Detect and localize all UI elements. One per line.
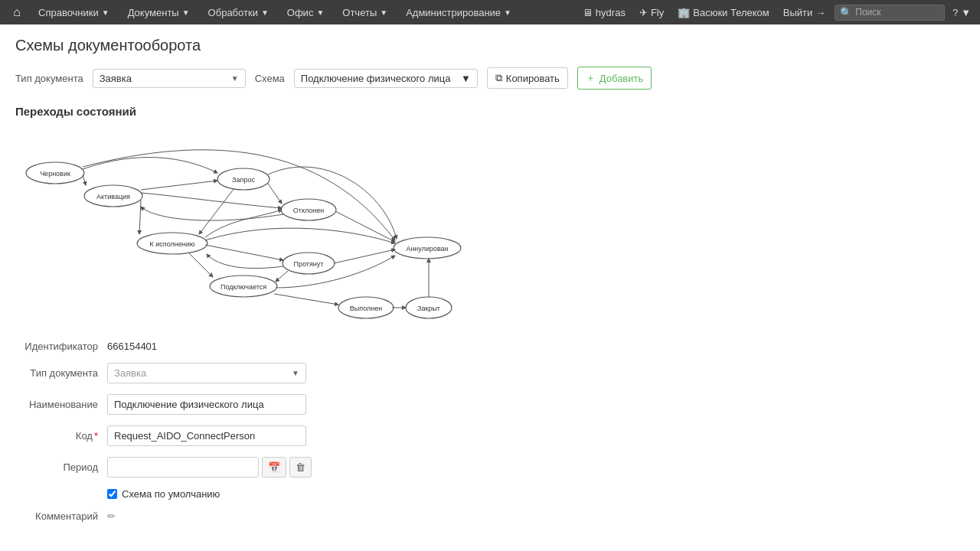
page-content: Схемы документооборота Тип документа Зая… — [0, 24, 980, 545]
schema-label: Схема — [255, 73, 285, 84]
node-request: Запрос — [217, 168, 270, 190]
nav-hydras[interactable]: 🖥 hydras — [578, 7, 630, 18]
schema-select-arrow: ▼ — [461, 73, 471, 84]
identifier-value: 666154401 — [107, 341, 157, 352]
svg-text:Выполнен: Выполнен — [350, 305, 382, 312]
nav-item-reports[interactable]: Отчеты ▼ — [335, 0, 395, 24]
company-icon: 🏢 — [678, 7, 690, 18]
logout-icon: → — [815, 7, 825, 18]
name-row: Наименование — [15, 394, 965, 415]
nav-item-admin[interactable]: Администрирование ▼ — [398, 0, 519, 24]
page-title: Схемы документооборота — [15, 37, 965, 54]
node-draft: Черновик — [26, 162, 84, 184]
svg-text:Отклонен: Отклонен — [293, 207, 324, 214]
period-input[interactable] — [107, 457, 259, 478]
form-doc-type-label: Тип документа — [15, 367, 107, 379]
svg-text:Протянут: Протянут — [294, 260, 324, 268]
form-doc-type-select[interactable]: Заявка ▼ — [107, 363, 306, 383]
trash-icon: 🗑 — [296, 461, 305, 473]
nav-arrow-processing: ▼ — [261, 8, 269, 17]
svg-text:Запрос: Запрос — [232, 176, 255, 184]
svg-text:Активация: Активация — [96, 193, 130, 201]
search-box[interactable]: 🔍 — [835, 5, 945, 21]
identifier-row: Идентификатор 666154401 — [15, 341, 965, 352]
form-doc-type-row: Тип документа Заявка ▼ — [15, 363, 965, 383]
period-row: Период 📅 🗑 — [15, 457, 965, 478]
calendar-button[interactable]: 📅 — [262, 457, 286, 478]
nav-arrow-handbooks: ▼ — [102, 8, 109, 17]
nav-arrow-office: ▼ — [316, 8, 324, 17]
node-completed: Выполнен — [338, 297, 394, 318]
fly-icon: ✈ — [639, 7, 648, 18]
nav-item-processing[interactable]: Обработки ▼ — [201, 0, 276, 24]
form-doc-type-arrow: ▼ — [292, 369, 299, 377]
diagram-area: Черновик Активация Запрос Отклонен К исп… — [15, 127, 490, 328]
copy-icon: ⧉ — [495, 72, 502, 84]
doc-type-label: Тип документа — [15, 73, 83, 84]
help-button[interactable]: ? ▼ — [949, 7, 974, 18]
nav-item-office[interactable]: Офис ▼ — [279, 0, 332, 24]
monitor-icon: 🖥 — [583, 7, 593, 18]
default-schema-row: Схема по умолчанию — [15, 488, 965, 500]
code-row: Код — [15, 425, 965, 446]
code-input[interactable] — [107, 425, 306, 446]
nav-company[interactable]: 🏢 Васюки Телеком — [673, 7, 774, 18]
period-label: Период — [15, 461, 107, 473]
default-schema-label: Схема по умолчанию — [122, 488, 220, 500]
node-to-execution: К исполнению — [137, 233, 207, 254]
calendar-icon: 📅 — [268, 461, 280, 473]
node-connecting: Подключается — [210, 276, 277, 297]
code-label: Код — [15, 430, 107, 442]
default-schema-checkbox-group: Схема по умолчанию — [107, 488, 220, 500]
add-icon: ＋ — [586, 71, 596, 85]
svg-text:К исполнению: К исполнению — [150, 240, 195, 248]
node-closed: Закрыт — [406, 297, 452, 318]
nav-arrow-documents: ▼ — [182, 8, 190, 17]
search-input[interactable] — [855, 7, 939, 18]
doc-type-select[interactable]: Заявка ▼ — [93, 69, 246, 88]
home-button[interactable]: ⌂ — [6, 2, 28, 23]
node-activation: Активация — [84, 185, 142, 207]
state-diagram: Черновик Активация Запрос Отклонен К исп… — [15, 127, 490, 326]
nav-arrow-admin: ▼ — [504, 8, 511, 17]
node-rejected: Отклонен — [281, 199, 336, 220]
svg-text:Аннулирован: Аннулирован — [406, 245, 448, 253]
form-section: Идентификатор 666154401 Тип документа За… — [15, 341, 965, 522]
svg-text:Подключается: Подключается — [220, 283, 266, 291]
identifier-label: Идентификатор — [15, 341, 107, 352]
period-field-group: 📅 🗑 — [107, 457, 312, 478]
clear-period-button[interactable]: 🗑 — [289, 457, 312, 478]
nav-arrow-reports: ▼ — [380, 8, 387, 17]
logout-button[interactable]: Выйти → — [779, 7, 831, 18]
default-schema-checkbox[interactable] — [107, 489, 117, 499]
name-input[interactable] — [107, 394, 306, 415]
toolbar: Тип документа Заявка ▼ Схема Подключение… — [15, 67, 965, 90]
comment-row: Комментарий ✏ — [15, 510, 965, 522]
top-nav: ⌂ Справочники ▼ Документы ▼ Обработки ▼ … — [0, 0, 980, 24]
svg-text:Закрыт: Закрыт — [417, 305, 440, 312]
nav-item-documents[interactable]: Документы ▼ — [120, 0, 198, 24]
comment-label: Комментарий — [15, 510, 107, 522]
doc-type-select-arrow: ▼ — [231, 74, 239, 83]
name-label: Наименование — [15, 399, 107, 410]
nav-item-handbooks[interactable]: Справочники ▼ — [31, 0, 117, 24]
copy-button[interactable]: ⧉ Копировать — [487, 67, 568, 89]
add-button[interactable]: ＋ Добавить — [577, 67, 652, 90]
nav-fly[interactable]: ✈ Fly — [635, 7, 668, 18]
node-annulled: Аннулирован — [394, 237, 461, 259]
comment-edit-icon[interactable]: ✏ — [107, 510, 116, 522]
schema-select[interactable]: Подключение физического лица ▼ — [294, 69, 478, 88]
section-transitions-title: Переходы состояний — [15, 105, 965, 118]
svg-text:Черновик: Черновик — [40, 170, 70, 178]
search-icon: 🔍 — [840, 7, 852, 18]
node-stretched: Протянут — [283, 253, 335, 274]
